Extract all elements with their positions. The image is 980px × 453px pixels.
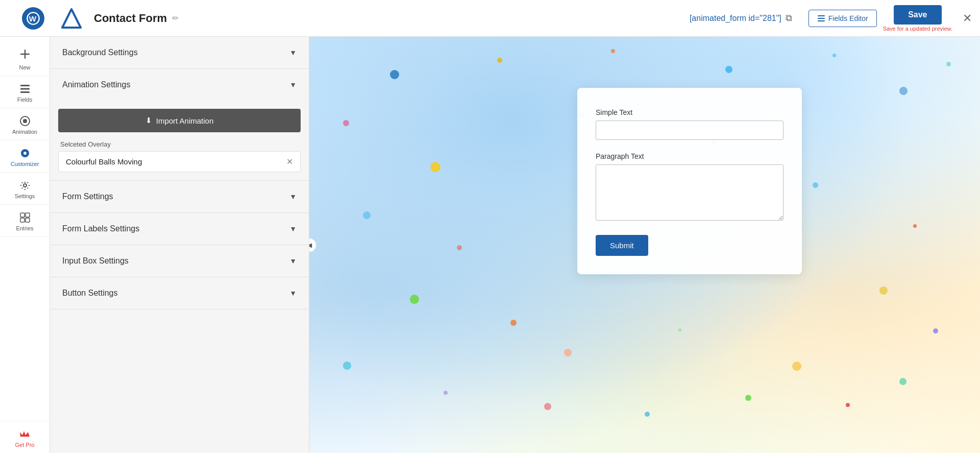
copy-shortcode-icon[interactable]: ⧉ bbox=[786, 13, 792, 23]
save-area: Save Save for a updated preview. bbox=[883, 5, 952, 32]
animation-chevron-icon: ▼ bbox=[289, 81, 297, 89]
selected-overlay-label: Selceted Overlay bbox=[50, 136, 309, 151]
shortcode-area: [animated_form id="281"] ⧉ bbox=[690, 13, 792, 23]
accordion-form-labels: Form Labels Settings ▼ bbox=[50, 213, 309, 245]
background-chevron-icon: ▼ bbox=[289, 49, 297, 57]
svg-rect-18 bbox=[20, 218, 24, 222]
sidebar-customizer-label: Customizer bbox=[11, 161, 39, 167]
form-labels-settings-header[interactable]: Form Labels Settings ▼ bbox=[50, 213, 309, 245]
download-icon: ⬇ bbox=[145, 116, 152, 125]
sidebar-item-animation[interactable]: Animation bbox=[0, 108, 50, 140]
button-settings-label: Button Settings bbox=[62, 289, 118, 298]
fields-editor-button[interactable]: Fields Editor bbox=[808, 10, 877, 27]
get-pro-button[interactable]: Get Pro bbox=[0, 421, 50, 453]
svg-marker-2 bbox=[62, 9, 81, 28]
svg-point-15 bbox=[23, 152, 27, 155]
simple-text-field-group: Simple Text bbox=[596, 108, 783, 140]
accordion-input-box: Input Box Settings ▼ bbox=[50, 245, 309, 277]
sidebar-item-entries[interactable]: Entries bbox=[0, 205, 50, 237]
accordion-background: Background Settings ▼ bbox=[50, 37, 309, 69]
sidebar-settings-label: Settings bbox=[15, 193, 35, 199]
svg-rect-6 bbox=[818, 20, 825, 21]
form-labels-settings-label: Form Labels Settings bbox=[62, 224, 139, 233]
form-labels-chevron-icon: ▼ bbox=[289, 225, 297, 233]
settings-icon bbox=[19, 180, 31, 191]
sidebar-item-settings[interactable]: Settings bbox=[0, 173, 50, 205]
fields-editor-label: Fields Editor bbox=[828, 14, 868, 22]
paragraph-text-input[interactable] bbox=[596, 164, 783, 221]
background-settings-header[interactable]: Background Settings ▼ bbox=[50, 37, 309, 68]
accordion-form: Form Settings ▼ bbox=[50, 181, 309, 213]
overlay-clear-icon[interactable]: ✕ bbox=[286, 157, 293, 166]
selected-overlay-text: Colourful Balls Moving bbox=[66, 157, 142, 166]
shortcode-text: [animated_form id="281"] bbox=[690, 14, 781, 23]
input-box-settings-label: Input Box Settings bbox=[62, 256, 129, 266]
edit-title-icon[interactable]: ✏ bbox=[172, 13, 179, 23]
animation-settings-label: Animation Settings bbox=[62, 80, 130, 89]
input-box-settings-header[interactable]: Input Box Settings ▼ bbox=[50, 245, 309, 277]
accordion-button: Button Settings ▼ bbox=[50, 277, 309, 309]
animation-settings-header[interactable]: Animation Settings ▼ bbox=[50, 69, 309, 101]
close-button[interactable]: ✕ bbox=[963, 12, 972, 25]
sidebar-item-fields[interactable]: Fields bbox=[0, 76, 50, 108]
accordion-animation: Animation Settings ▼ ⬇ Import Animation … bbox=[50, 69, 309, 181]
sidebar: New Fields Animation Customizer Settings… bbox=[0, 37, 50, 453]
get-pro-label: Get Pro bbox=[15, 442, 35, 448]
sidebar-item-new[interactable]: New bbox=[0, 37, 50, 76]
selected-overlay-value-row: Colourful Balls Moving ✕ bbox=[58, 151, 301, 172]
svg-rect-9 bbox=[20, 85, 30, 86]
main-content: Background Settings ▼ Animation Settings… bbox=[50, 37, 980, 453]
input-box-chevron-icon: ▼ bbox=[289, 257, 297, 265]
svg-rect-5 bbox=[818, 18, 825, 19]
form-card: Simple Text Paragraph Text Submit bbox=[577, 88, 802, 274]
wordpress-logo: W bbox=[22, 7, 44, 30]
save-hint: Save for a updated preview. bbox=[883, 26, 952, 32]
customizer-icon bbox=[19, 148, 31, 159]
paragraph-text-label: Paragraph Text bbox=[596, 152, 783, 160]
settings-panel: Background Settings ▼ Animation Settings… bbox=[50, 37, 309, 453]
svg-rect-16 bbox=[20, 213, 24, 217]
button-chevron-icon: ▼ bbox=[289, 289, 297, 297]
svg-point-13 bbox=[23, 119, 27, 123]
sidebar-new-label: New bbox=[19, 64, 30, 70]
svg-rect-17 bbox=[26, 213, 30, 217]
sidebar-animation-label: Animation bbox=[12, 129, 37, 135]
form-chevron-icon: ▼ bbox=[289, 193, 297, 201]
save-button[interactable]: Save bbox=[894, 5, 941, 25]
crown-icon bbox=[19, 428, 31, 440]
svg-rect-11 bbox=[20, 91, 30, 93]
entries-icon bbox=[19, 212, 31, 223]
svg-rect-19 bbox=[26, 218, 30, 222]
page-title: Contact Form bbox=[94, 12, 167, 25]
preview-area: ◀ Simple Text Paragraph Text Submit bbox=[309, 37, 980, 453]
svg-rect-10 bbox=[20, 88, 30, 90]
header-actions: Fields Editor Save Save for a updated pr… bbox=[808, 5, 972, 32]
header: W Contact Form ✏ [animated_form id="281"… bbox=[0, 0, 980, 37]
animation-icon bbox=[19, 115, 31, 127]
simple-text-label: Simple Text bbox=[596, 108, 783, 116]
svg-rect-4 bbox=[818, 15, 825, 16]
new-plus-icon bbox=[17, 46, 33, 62]
background-settings-label: Background Settings bbox=[62, 48, 138, 57]
form-settings-header[interactable]: Form Settings ▼ bbox=[50, 181, 309, 212]
header-title-area: Contact Form ✏ bbox=[89, 12, 690, 25]
submit-button[interactable]: Submit bbox=[596, 235, 648, 256]
form-settings-label: Form Settings bbox=[62, 192, 113, 201]
import-animation-button[interactable]: ⬇ Import Animation bbox=[58, 109, 301, 132]
app-logo bbox=[58, 5, 85, 32]
svg-text:W: W bbox=[29, 14, 37, 22]
sidebar-item-customizer[interactable]: Customizer bbox=[0, 140, 50, 173]
sidebar-bottom: Get Pro bbox=[0, 421, 50, 453]
simple-text-input[interactable] bbox=[596, 121, 783, 140]
button-settings-header[interactable]: Button Settings ▼ bbox=[50, 277, 309, 309]
animation-section-content: ⬇ Import Animation Selceted Overlay Colo… bbox=[50, 101, 309, 180]
fields-icon bbox=[19, 83, 31, 94]
import-animation-label: Import Animation bbox=[156, 116, 214, 125]
header-logo-area: W bbox=[8, 7, 58, 30]
paragraph-text-field-group: Paragraph Text bbox=[596, 152, 783, 223]
sidebar-entries-label: Entries bbox=[16, 225, 33, 231]
sidebar-fields-label: Fields bbox=[17, 97, 32, 103]
